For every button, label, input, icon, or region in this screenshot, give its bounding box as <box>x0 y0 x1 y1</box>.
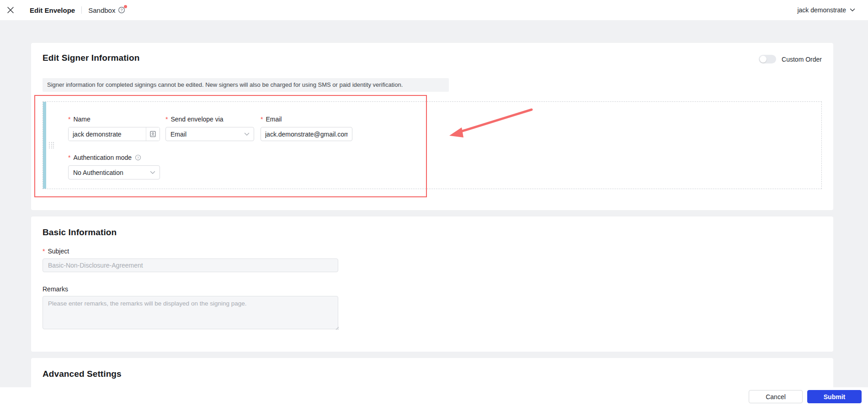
name-field-group: * Name <box>68 116 160 141</box>
email-label: * Email <box>261 116 352 123</box>
custom-order-control: Custom Order <box>759 55 822 63</box>
subject-input[interactable] <box>43 258 338 272</box>
submit-button[interactable]: Submit <box>807 390 862 403</box>
contact-card-icon[interactable] <box>146 127 160 141</box>
name-label: * Name <box>68 116 160 123</box>
signer-accent-bar <box>43 102 46 189</box>
send-via-field-group: * Send envelope via Email <box>165 116 254 141</box>
chevron-down-icon <box>244 132 250 136</box>
sandbox-label: Sandbox ? <box>88 6 125 14</box>
footer-bar: Cancel Submit <box>0 387 868 406</box>
top-bar: Edit Envelope Sandbox ? jack demonstrate <box>0 0 868 21</box>
advanced-section-title: Advanced Settings <box>43 369 122 379</box>
send-via-label: * Send envelope via <box>165 116 254 123</box>
basic-section-title: Basic Information <box>43 227 117 237</box>
auth-mode-select[interactable]: No Authentication <box>68 165 160 179</box>
remarks-textarea[interactable] <box>43 296 338 329</box>
drag-handle-icon[interactable] <box>49 142 54 149</box>
auth-mode-label: * Authentication mode ? <box>68 154 160 161</box>
chevron-down-icon <box>150 171 155 174</box>
edit-signer-section: Edit Signer Information Custom Order Sig… <box>31 43 833 210</box>
email-field-group: * Email <box>261 116 352 141</box>
advanced-settings-section: Advanced Settings <box>31 358 833 387</box>
cancel-button[interactable]: Cancel <box>749 390 803 403</box>
svg-text:?: ? <box>121 8 123 12</box>
email-input[interactable] <box>261 127 352 141</box>
basic-info-section: Basic Information * Subject Remarks <box>31 216 833 352</box>
chevron-down-icon <box>850 8 855 12</box>
signer-card: * Name * Send envelope via <box>43 101 822 189</box>
info-banner: Signer information for completed signing… <box>43 78 449 92</box>
auth-mode-field-group: * Authentication mode ? No Authenticatio… <box>68 154 160 179</box>
subject-label: * Subject <box>43 248 69 255</box>
signer-section-title: Edit Signer Information <box>43 53 139 63</box>
sandbox-help-icon[interactable]: ? <box>118 6 125 14</box>
notification-dot <box>124 5 127 8</box>
page-title: Edit Envelope <box>30 6 75 14</box>
toggle-knob <box>760 56 767 63</box>
svg-text:?: ? <box>137 156 139 160</box>
user-name: jack demonstrate <box>797 6 846 14</box>
name-input[interactable] <box>69 127 146 141</box>
custom-order-label: Custom Order <box>782 56 822 63</box>
name-input-wrap <box>68 127 160 141</box>
close-icon[interactable] <box>0 0 21 21</box>
send-via-select[interactable]: Email <box>165 127 254 141</box>
remarks-label: Remarks <box>43 285 68 293</box>
title-divider <box>81 6 82 14</box>
help-circle-icon[interactable]: ? <box>135 154 141 161</box>
user-menu[interactable]: jack demonstrate <box>797 6 855 14</box>
custom-order-toggle[interactable] <box>759 55 776 63</box>
